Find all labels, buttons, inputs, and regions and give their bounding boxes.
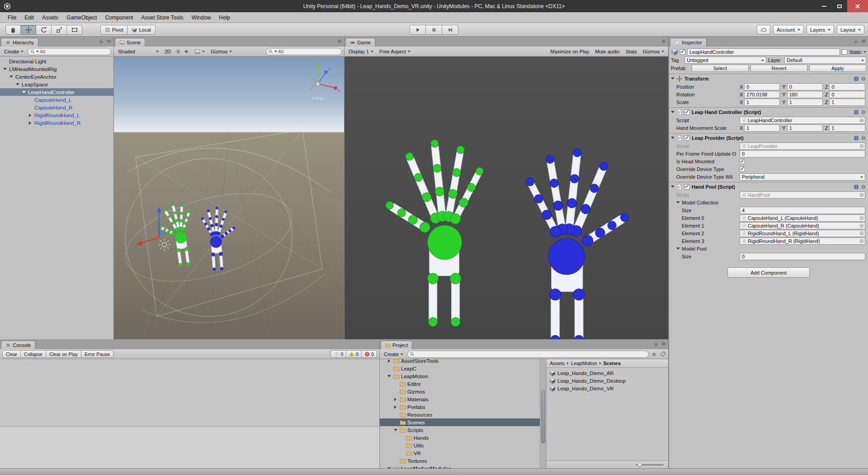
title-bar[interactable]: Unity Personal (64bit) - Leap_Hands_Demo… — [0, 0, 868, 12]
menu-component[interactable]: Component — [101, 13, 137, 22]
prefab-select-button[interactable]: Select — [692, 65, 749, 72]
tag-dropdown[interactable]: Untagged — [684, 57, 766, 64]
scene-lighting-toggle-icon[interactable] — [175, 48, 181, 55]
object-picker-icon[interactable] — [859, 238, 864, 244]
foldout-open-icon[interactable] — [3, 68, 7, 70]
script-object-field[interactable]: HandPool — [740, 191, 865, 199]
panel-menu-icon[interactable] — [661, 341, 666, 347]
foldout-open-icon[interactable] — [9, 76, 13, 78]
tab-hierarchy[interactable]: Hierarchy — [1, 38, 38, 47]
help-book-icon[interactable] — [854, 135, 859, 141]
gear-icon[interactable] — [861, 135, 866, 141]
project-folder-scenes[interactable]: Scenes — [380, 418, 540, 426]
cloud-services-button[interactable] — [757, 25, 770, 34]
error-filter-toggle[interactable]: 0 — [362, 350, 377, 358]
hierarchy-item-rigidroundhand-l[interactable]: RigidRoundHand_L — [0, 111, 113, 119]
hierarchy-item-capsulehand-r[interactable]: CapsuleHand_R — [0, 104, 113, 111]
projection-label[interactable]: Persp — [312, 95, 324, 100]
aspect-dropdown[interactable]: Free Aspect — [377, 48, 412, 55]
transform-header[interactable]: Transform — [669, 74, 868, 83]
scale-y-field[interactable]: 1 — [787, 99, 823, 106]
static-checkbox[interactable] — [842, 49, 847, 55]
element-0-object-field[interactable]: CapsuleHand_L (CapsuleHand) — [740, 214, 865, 222]
light-gizmo-icon[interactable] — [159, 239, 170, 251]
play-button[interactable] — [410, 25, 426, 35]
project-folder-editor[interactable]: Editor — [380, 380, 540, 388]
scene-orientation-gizmo[interactable]: y x z Persp — [309, 59, 340, 101]
mute-audio-toggle[interactable]: Mute audio — [593, 48, 621, 55]
object-picker-icon[interactable] — [859, 192, 864, 198]
scale-z-field[interactable]: 1 — [829, 99, 865, 106]
clear-button[interactable]: Clear — [2, 350, 21, 358]
object-picker-icon[interactable] — [859, 231, 864, 236]
component-enabled-checkbox[interactable] — [684, 135, 690, 141]
foldout-open-icon[interactable] — [387, 375, 391, 377]
foldout-open-icon[interactable] — [676, 201, 680, 204]
maximize-on-play-toggle[interactable]: Maximize on Play — [548, 48, 591, 55]
project-tree-scrollbar[interactable] — [540, 359, 547, 468]
rotate-tool-button[interactable] — [36, 25, 52, 35]
rotation-z-field[interactable]: 0 — [829, 91, 865, 98]
gameobject-cube-icon[interactable] — [671, 48, 678, 56]
foldout-closed-icon[interactable] — [29, 121, 31, 125]
scene-viewport[interactable]: y x z Persp — [114, 57, 344, 339]
menu-file[interactable]: File — [4, 13, 20, 22]
foldout-closed-icon[interactable] — [394, 398, 396, 401]
asset-leap-hands-demo-desktop[interactable]: Leap_Hands_Demo_Desktop — [547, 377, 668, 385]
project-folder-leapmotionmodules[interactable]: LeapMotionModules — [380, 465, 540, 468]
lock-icon[interactable] — [99, 38, 104, 44]
tab-scene[interactable]: Scene — [115, 38, 145, 47]
override-device-type-dropdown[interactable]: Peripheral — [740, 173, 865, 180]
hierarchy-item-rigidroundhand-r[interactable]: RigidRoundHand_R — [0, 119, 113, 127]
asset-leap-hands-demo-vr[interactable]: Leap_Hands_Demo_VR — [547, 385, 668, 392]
slider-thumb[interactable] — [637, 462, 642, 467]
static-flags-caret-icon[interactable] — [863, 51, 866, 53]
scene-search-input[interactable]: All — [266, 48, 342, 55]
position-y-field[interactable]: 0 — [787, 83, 823, 90]
hierarchy-item-directional-light[interactable]: Directional Light — [0, 57, 113, 65]
scene-gizmos-dropdown[interactable]: Gizmos — [209, 48, 234, 55]
account-dropdown[interactable]: Account — [773, 25, 804, 34]
foldout-open-icon[interactable] — [671, 77, 675, 80]
position-x-field[interactable]: 0 — [744, 83, 780, 90]
tab-inspector[interactable]: Inspector — [670, 38, 707, 47]
gear-icon[interactable] — [861, 184, 866, 190]
scrollbar-thumb[interactable] — [541, 390, 545, 443]
help-book-icon[interactable] — [854, 184, 859, 190]
gameobject-name-field[interactable]: LeapHandController — [687, 48, 840, 56]
tab-project[interactable]: Project — [381, 341, 412, 349]
foldout-open-icon[interactable] — [22, 91, 26, 93]
script-object-field[interactable]: LeapProvider — [740, 142, 865, 150]
foldout-open-icon[interactable] — [671, 185, 675, 188]
local-toggle-button[interactable]: Local — [127, 25, 155, 35]
foldout-open-icon[interactable] — [671, 111, 675, 113]
component-enabled-checkbox[interactable] — [684, 184, 690, 190]
menu-assets[interactable]: Assets — [38, 13, 62, 22]
hand-pool-header[interactable]: Hand Pool (Script) — [669, 182, 868, 191]
breadcrumb-scenes[interactable]: Scenes — [604, 361, 621, 366]
foldout-open-icon[interactable] — [671, 137, 675, 139]
object-picker-icon[interactable] — [859, 223, 864, 228]
foldout-closed-icon[interactable] — [394, 405, 396, 409]
hierarchy-item-centereyeanchor[interactable]: CenterEyeAnchor — [0, 73, 113, 81]
console-log-list[interactable] — [0, 359, 379, 427]
gear-icon[interactable] — [861, 109, 866, 115]
hms-z-field[interactable]: 1 — [829, 124, 865, 132]
hierarchy-search-input[interactable]: All — [28, 48, 111, 55]
maximize-button[interactable] — [832, 0, 847, 12]
pivot-toggle-button[interactable]: Pivot — [100, 25, 127, 35]
hierarchy-item-leaphandcontroller[interactable]: LeapHandController — [0, 88, 113, 96]
panel-menu-icon[interactable] — [861, 38, 866, 44]
component-enabled-checkbox[interactable] — [684, 109, 690, 115]
project-folder-prefabs[interactable]: Prefabs — [380, 403, 540, 411]
lock-icon[interactable] — [853, 38, 859, 44]
hierarchy-item-capsulehand-l[interactable]: CapsuleHand_L — [0, 96, 113, 104]
leap-hand-controller-header[interactable]: Leap Hand Controller (Script) — [669, 108, 868, 116]
prefab-revert-button[interactable]: Revert — [750, 65, 807, 72]
rotation-x-field[interactable]: 270.0198 — [744, 91, 780, 98]
menu-edit[interactable]: Edit — [20, 13, 38, 22]
info-filter-toggle[interactable]: 0 — [330, 350, 346, 358]
prefab-apply-button[interactable]: Apply — [809, 65, 866, 72]
layers-dropdown[interactable]: Layers — [807, 25, 834, 34]
foldout-open-icon[interactable] — [387, 467, 391, 468]
